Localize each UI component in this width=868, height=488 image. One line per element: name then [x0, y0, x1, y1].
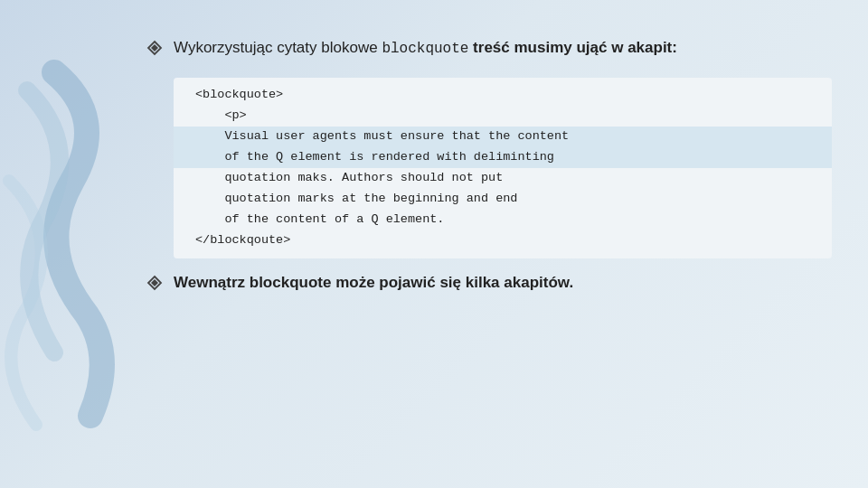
code-line-2: of the Q element is rendered with delimi…: [174, 147, 832, 168]
bullet-item-2: Wewnątrz blockquote może pojawić się kil…: [145, 271, 832, 295]
code-line-5: of the content of a Q element.: [195, 210, 817, 230]
code-line-4: quotation marks at the beginning and end: [195, 189, 817, 210]
bullet-icon-2: [145, 273, 165, 293]
bullet1-suffix: treść musimy ująć w akapit:: [468, 39, 677, 56]
svg-marker-1: [151, 44, 158, 52]
code-line-close-tag: </blockqoute>: [195, 230, 817, 251]
bullet-text-1: Wykorzystując cytaty blokowe blockquote …: [174, 36, 677, 60]
code-line-3: quotation maks. Authors should not put: [195, 168, 817, 189]
code-line-open-tag: <blockquote>: [195, 85, 817, 106]
bullet-item-1: Wykorzystując cytaty blokowe blockquote …: [145, 36, 832, 60]
code-line-1: Visual user agents must ensure that the …: [174, 127, 832, 147]
main-content: Wykorzystując cytaty blokowe blockquote …: [145, 36, 832, 452]
code-block: <blockquote> <p> Visual user agents must…: [174, 78, 832, 258]
bullet2-text: Wewnątrz blockquote może pojawić się kil…: [174, 274, 573, 291]
bullet-icon-1: [145, 38, 165, 58]
bullet1-prefix: Wykorzystując cytaty blokowe: [174, 39, 382, 56]
bullet1-code: blockquote: [382, 41, 468, 57]
svg-marker-3: [151, 279, 158, 286]
code-line-p-tag: <p>: [195, 106, 817, 127]
bullet-text-2: Wewnątrz blockquote może pojawić się kil…: [174, 271, 573, 295]
